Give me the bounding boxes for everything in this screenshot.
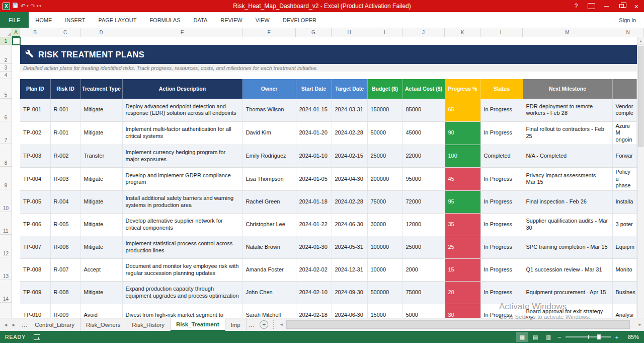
cell-description[interactable]: Expand production capacity through equip…	[122, 282, 243, 304]
cell-milestone[interactable]: Privacy impact assessments - Mar 15	[523, 167, 612, 190]
col-header-start-date[interactable]: Start Date	[296, 79, 332, 99]
sheet-tab-risk-history[interactable]: Risk_History	[126, 318, 171, 331]
col-header-plan-id[interactable]: Plan ID	[20, 79, 50, 99]
col-header-status[interactable]: Status	[480, 79, 523, 99]
column-header-i[interactable]: I	[367, 28, 403, 37]
cell-plan-id[interactable]: TP-007	[20, 236, 50, 259]
cell-overflow[interactable]: Forwar	[612, 145, 637, 167]
cell-overflow[interactable]: 3 poter	[612, 214, 637, 236]
col-header-actual-cost[interactable]: Actual Cost ($)	[403, 79, 445, 99]
cell-plan-id[interactable]: TP-002	[20, 121, 50, 145]
cell-overflow[interactable]: Vendor comple	[612, 99, 637, 121]
cell-start[interactable]: 2024-01-15	[296, 99, 332, 121]
cell-progress[interactable]: 20	[445, 282, 480, 304]
horizontal-scrollbar[interactable]: ◄ ►	[277, 318, 644, 331]
hscroll-left-icon[interactable]: ◄	[277, 318, 285, 331]
normal-view-button[interactable]: ▦	[516, 332, 528, 342]
cell-target[interactable]: 2024-12-31	[332, 259, 367, 282]
hscroll-thumb[interactable]	[286, 320, 630, 329]
cell-start[interactable]: 2024-02-10	[296, 282, 332, 304]
column-header-l[interactable]: L	[480, 28, 523, 37]
excel-app-icon[interactable]: X	[3, 3, 10, 10]
sheet-tab-risk-owners[interactable]: Risk_Owners	[80, 318, 126, 331]
cell-milestone[interactable]: SPC training completion - Mar 15	[523, 236, 612, 259]
cell-milestone[interactable]: N/A - Completed	[523, 145, 612, 167]
cell-progress[interactable]: 45	[445, 167, 480, 190]
sheet-nav-left-icon[interactable]: ◄	[4, 322, 8, 327]
cell-milestone[interactable]: Equipment procurement - Apr 15	[523, 282, 612, 304]
cell-start[interactable]: 2024-01-30	[296, 236, 332, 259]
cell-start[interactable]: 2024-01-22	[296, 214, 332, 236]
cell-actual[interactable]: 72000	[403, 191, 445, 214]
cell-budget[interactable]: 100000	[367, 236, 403, 259]
column-header-f[interactable]: F	[243, 28, 296, 37]
row-header-2[interactable]: 2	[0, 45, 12, 64]
cell-progress[interactable]: 35	[445, 214, 480, 236]
cell-overflow[interactable]: Azure M ongoin	[612, 121, 637, 145]
report-banner[interactable]: RISK TREATMENT PLANS	[20, 45, 637, 64]
column-header-d[interactable]: D	[80, 28, 122, 37]
cell-milestone[interactable]: Final inspection - Feb 26	[523, 191, 612, 214]
ribbon-tab-insert[interactable]: INSERT	[58, 12, 92, 28]
cell-actual[interactable]: 95000	[403, 167, 445, 190]
ribbon-tab-review[interactable]: REVIEW	[214, 12, 249, 28]
cell-progress[interactable]: 25	[445, 236, 480, 259]
ribbon-tab-formulas[interactable]: FORMULAS	[143, 12, 187, 28]
undo-icon[interactable]: ↶	[21, 3, 26, 9]
cell-target[interactable]: 2024-09-30	[332, 282, 367, 304]
cell-actual[interactable]: 2000	[403, 259, 445, 282]
sheet-tab-control-library[interactable]: Control_Library	[29, 318, 80, 331]
cell-status[interactable]: In Progress	[480, 121, 523, 145]
cell-risk-id[interactable]: R-003	[50, 167, 80, 190]
cell-progress[interactable]: 90	[445, 121, 480, 145]
row-header-5[interactable]: 5	[0, 79, 12, 99]
cell-risk-id[interactable]: R-001	[50, 121, 80, 145]
cell-owner[interactable]: David Kim	[243, 121, 296, 145]
row-header-9[interactable]: 9	[0, 167, 12, 189]
cell-owner[interactable]: Thomas Wilson	[243, 99, 296, 121]
column-header-m[interactable]: M	[523, 28, 612, 37]
selected-cell-a1[interactable]	[12, 37, 21, 45]
select-all-corner[interactable]	[0, 28, 12, 37]
col-header-risk-id[interactable]: Risk ID	[50, 79, 80, 99]
cell-target[interactable]: 2024-02-15	[332, 145, 367, 167]
cell-risk-id[interactable]: R-007	[50, 259, 80, 282]
cell-actual[interactable]: 25000	[403, 236, 445, 259]
cell-progress[interactable]: 65	[445, 99, 480, 121]
col-header-treatment-type[interactable]: Treatment Type	[80, 79, 122, 99]
cell-actual[interactable]: 12000	[403, 214, 445, 236]
row-header-11[interactable]: 11	[0, 212, 12, 235]
more-sheets-right[interactable]: …	[247, 318, 257, 331]
cell-start[interactable]: 2024-01-20	[296, 121, 332, 145]
cell-status[interactable]: In Progress	[480, 214, 523, 236]
sign-in-link[interactable]: Sign in	[619, 12, 644, 28]
ribbon-tab-page-layout[interactable]: PAGE LAYOUT	[92, 12, 143, 28]
tab-scrollbar-splitter[interactable]	[273, 320, 276, 329]
close-button[interactable]: ×	[629, 0, 644, 12]
cell-target[interactable]: 2024-06-30	[332, 304, 367, 318]
cell-status[interactable]: In Progress	[480, 99, 523, 121]
cell-risk-id[interactable]: R-002	[50, 145, 80, 167]
zoom-out-button[interactable]: −	[555, 333, 564, 341]
cell-overflow[interactable]: Policy u phase	[612, 167, 637, 190]
hscroll-right-icon[interactable]: ►	[636, 318, 644, 331]
cell-progress[interactable]: 95	[445, 191, 480, 214]
cell-start[interactable]: 2024-02-18	[296, 304, 332, 318]
cell-budget[interactable]: 15000	[367, 304, 403, 318]
cell-description[interactable]: Implement statistical process control ac…	[122, 236, 243, 259]
cell-progress[interactable]: 15	[445, 259, 480, 282]
restore-button[interactable]	[614, 0, 629, 12]
sheet-tab-imp[interactable]: Imp	[225, 318, 247, 331]
cell-type[interactable]: Transfer	[80, 145, 122, 167]
cell-plan-id[interactable]: TP-008	[20, 259, 50, 282]
cell-risk-id[interactable]: R-008	[50, 282, 80, 304]
zoom-in-button[interactable]: +	[613, 333, 621, 341]
cell-plan-id[interactable]: TP-009	[20, 282, 50, 304]
col-header-target-date[interactable]: Target Date	[332, 79, 367, 99]
cell-milestone[interactable]: EDR deployment to remote workers - Feb 2…	[523, 99, 612, 121]
cell-milestone[interactable]: Q1 succession review - Mar 31	[523, 259, 612, 282]
vertical-scrollbar[interactable]: ▲	[637, 37, 644, 318]
cell-target[interactable]: 2024-06-30	[332, 214, 367, 236]
cell-description[interactable]: Develop alternative supplier network for…	[122, 214, 243, 236]
cell-budget[interactable]: 30000	[367, 214, 403, 236]
